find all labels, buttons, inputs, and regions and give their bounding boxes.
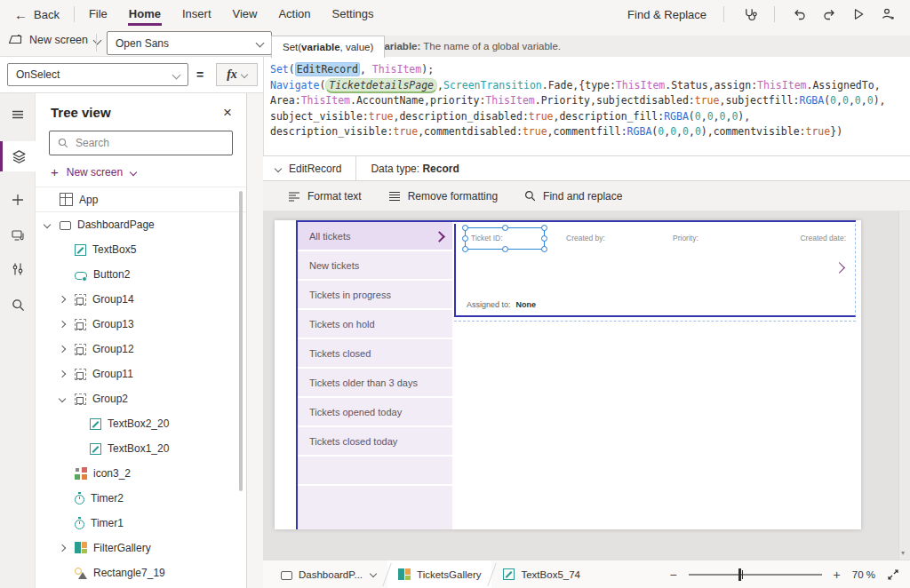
tree-view-icon[interactable] [0,141,36,171]
selected-textbox[interactable]: Ticket ID: [465,227,545,250]
ticket-card-template[interactable]: Ticket ID: Created by: Priority: Created… [454,224,856,317]
resize-handle[interactable] [462,235,468,242]
property-dropdown[interactable]: OnSelect [7,63,188,86]
ticket-open-chevron-icon[interactable] [834,262,845,274]
tree-item-group2[interactable]: Group2 [36,386,246,411]
new-screen-button[interactable]: New screen [9,34,100,46]
resize-handle[interactable] [541,235,547,242]
breadcrumb-textbox5-74[interactable]: TextBox5_74 [492,560,591,588]
new-screen-icon [9,34,23,46]
tree-item-timer2[interactable]: Timer2 [36,486,246,511]
tree-item-group11[interactable]: Group11 [36,362,246,386]
chevron-down-icon [256,39,265,48]
screen-icon [60,221,71,230]
media-icon[interactable] [0,221,36,250]
find-and-replace-button[interactable]: Find and replace [524,190,622,203]
timer-icon [75,520,84,529]
resize-handle[interactable] [541,246,547,252]
chevron-right-icon[interactable] [60,297,75,302]
gallery-nav-tickets-older-than-3-days[interactable]: Tickets older than 3 days [298,369,452,398]
tree-search-input[interactable]: Search [49,131,233,155]
menu-home[interactable]: Home [118,1,172,28]
tree-item-button2[interactable]: Button2 [36,262,246,287]
breadcrumb-ticketsgallery[interactable]: TicketsGallery [387,560,491,588]
chevron-right-icon[interactable] [60,371,75,377]
tree-item-app[interactable]: App [36,187,246,212]
chevron-down-icon[interactable] [60,396,75,401]
formula-editor[interactable]: Set(EditRecord, ThisItem);Navigate(Ticke… [263,57,910,155]
result-expander[interactable]: EditRecord [263,156,355,180]
menu-action[interactable]: Action [267,1,321,28]
gallery-nav-tickets-opened-today[interactable]: Tickets opened today [298,398,452,427]
tree-item-textbox5[interactable]: TextBox5 [36,237,246,262]
menu-view[interactable]: View [222,1,268,28]
tickets-gallery[interactable]: All ticketsNew ticketsTickets in progres… [296,220,856,529]
chevron-right-icon[interactable] [60,545,75,551]
textbox-icon [90,443,101,455]
back-button[interactable]: ← Back [0,8,70,21]
gallery-nav-tickets-in-progress[interactable]: Tickets in progress [298,281,452,310]
zoom-slider[interactable] [689,574,822,576]
tree-view-title: Tree view [51,105,111,120]
tree-item-timer1[interactable]: Timer1 [36,511,246,536]
tree-item-textbox1_20[interactable]: TextBox1_20 [36,436,246,461]
app-checker-icon[interactable] [741,6,757,22]
close-icon[interactable]: × [223,105,232,120]
tree-item-filtergallery[interactable]: FilterGallery [36,536,246,560]
resize-handle[interactable] [502,246,508,252]
gallery-nav-all-tickets[interactable]: All tickets [298,222,452,251]
tree-item-group14[interactable]: Group14 [36,287,246,312]
zoom-in-button[interactable]: + [834,568,841,582]
tree-item-group13[interactable]: Group13 [36,312,246,337]
resize-handle[interactable] [541,225,547,231]
menu-insert[interactable]: Insert [172,1,222,28]
breadcrumb-dashboardp-[interactable]: DashboardP... [270,560,387,588]
remove-formatting-icon [388,191,401,202]
undo-icon[interactable] [792,6,808,22]
fit-to-window-icon[interactable] [887,568,899,581]
format-text-icon [288,191,300,202]
redo-icon[interactable] [821,6,837,22]
insert-icon[interactable] [0,186,36,214]
zoom-slider-handle[interactable] [738,568,741,581]
gallery-nav-tickets-closed[interactable]: Tickets closed [298,339,452,369]
menu-file[interactable]: File [78,1,118,28]
tree-item-dashboardpage[interactable]: DashboardPage [36,212,246,237]
resize-handle[interactable] [462,225,468,231]
tree-item-textbox2_20[interactable]: TextBox2_20 [36,411,246,436]
menu-settings[interactable]: Settings [322,1,385,28]
scroll-down-icon: ▾ [901,549,905,557]
search-icon[interactable] [0,290,36,319]
menu-icon[interactable] [0,100,36,129]
canvas-scrollbar[interactable]: ▾ [898,211,910,560]
gallery-nav-tickets-on-hold[interactable]: Tickets on hold [298,310,452,339]
gallery-nav-label: Tickets in progress [309,290,391,300]
play-icon[interactable] [850,6,866,22]
gallery-nav-new-tickets[interactable]: New tickets [298,251,452,281]
chevron-right-icon [434,231,445,242]
fx-dropdown[interactable]: fx [216,63,258,86]
font-dropdown[interactable]: Open Sans [107,31,272,55]
chevron-right-icon[interactable] [60,346,75,352]
tree-new-screen-button[interactable]: + New screen [51,165,246,179]
tree-item-label: Timer1 [91,517,124,529]
topbar-right: Find & Replace [627,6,910,22]
chevron-down-icon[interactable] [44,222,60,227]
remove-formatting-button[interactable]: Remove formatting [388,190,498,203]
resize-handle[interactable] [502,225,508,231]
zoom-out-button[interactable]: − [669,568,676,582]
divider [723,6,724,22]
find-replace-button[interactable]: Find & Replace [627,8,706,21]
tree-item-rectangle7_19[interactable]: Rectangle7_19 [36,560,246,585]
format-text-button[interactable]: Format text [288,190,362,203]
group-icon [75,319,86,330]
tree-item-group12[interactable]: Group12 [36,337,246,362]
gallery-nav-tickets-closed-today[interactable]: Tickets closed today [298,427,452,457]
tree-scrollbar[interactable] [239,191,243,491]
plus-icon: + [51,165,59,179]
resize-handle[interactable] [462,246,468,252]
chevron-right-icon[interactable] [60,322,75,327]
share-person-icon[interactable] [880,6,896,22]
tree-item-icon3_2[interactable]: icon3_2 [36,461,246,486]
advanced-tools-icon[interactable] [0,255,36,283]
